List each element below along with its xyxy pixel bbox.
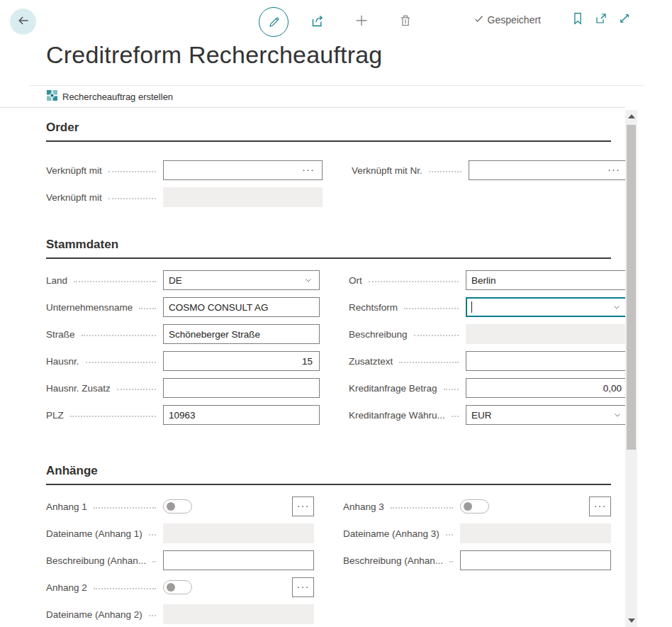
- field-label: Hausnr. Zusatz: [46, 383, 111, 394]
- ort-input[interactable]: [466, 272, 627, 289]
- field-label: Rechtsform: [349, 302, 398, 313]
- plus-icon: [354, 13, 369, 31]
- expand-diagonal-icon: [618, 12, 631, 28]
- anhang-2-assist-button[interactable]: ···: [292, 577, 314, 597]
- delete-button[interactable]: [389, 6, 422, 38]
- field-label: Verknüpft mit: [46, 165, 102, 176]
- arrow-left-icon: [16, 13, 30, 30]
- dotted-leader: [94, 588, 156, 589]
- chevron-down-icon[interactable]: [608, 411, 627, 419]
- dotted-leader: [70, 416, 156, 417]
- field-ort: Ort: [349, 270, 629, 290]
- dotted-leader: [399, 362, 459, 363]
- record-toolbar: [257, 6, 422, 38]
- anhang-1-toggle[interactable]: [163, 499, 192, 514]
- field-hausnr: Hausnr.: [46, 351, 320, 371]
- toggle-knob: [167, 583, 175, 592]
- anhang-1-assist-button[interactable]: ···: [292, 496, 314, 516]
- dotted-leader: [117, 389, 156, 390]
- share-button[interactable]: [301, 6, 334, 38]
- beschreibung-disabled-field: [466, 324, 629, 344]
- verknuepft-mit-nr-input[interactable]: [469, 162, 605, 179]
- ellipsis-assist-button[interactable]: ···: [605, 164, 626, 177]
- create-research-order-action[interactable]: Rechercheauftrag erstellen: [47, 90, 173, 104]
- field-label: Kreditanfrage Währu...: [349, 410, 445, 421]
- field-label: PLZ: [46, 410, 64, 421]
- hausnr-zusatz-input[interactable]: [164, 379, 318, 396]
- chevron-down-icon[interactable]: [299, 276, 318, 284]
- field-anhang-2: Anhang 2 ···: [46, 577, 314, 597]
- kreditanfrage-betrag-input[interactable]: [466, 379, 627, 396]
- field-label: Beschreibung: [349, 329, 408, 340]
- field-label: Verknüpft mit: [46, 192, 102, 203]
- field-unternehmensname: Unternehmensname: [46, 297, 320, 317]
- field-label: Anhang 3: [343, 501, 384, 512]
- scroll-down-arrow-icon[interactable]: [628, 618, 635, 623]
- bookmark-button[interactable]: [571, 13, 584, 26]
- chevron-down-icon[interactable]: [607, 303, 626, 311]
- zusatztext-input[interactable]: [466, 353, 627, 370]
- field-hausnr-zusatz: Hausnr. Zusatz: [46, 378, 320, 398]
- field-beschreibung: Beschreibung: [349, 324, 629, 344]
- rechtsform-dropdown-focused[interactable]: [466, 297, 629, 317]
- edit-mode-button[interactable]: [257, 6, 290, 38]
- hausnr-input[interactable]: [164, 353, 318, 370]
- expand-button[interactable]: [617, 13, 631, 26]
- pencil-icon: [259, 7, 289, 37]
- kreditanfrage-waehrung-dropdown-input[interactable]: [466, 406, 608, 423]
- anhang-2-toggle[interactable]: [163, 580, 192, 594]
- open-in-new-window-button[interactable]: [594, 13, 607, 26]
- land-dropdown-input[interactable]: [164, 272, 299, 289]
- create-research-order-label: Rechercheauftrag erstellen: [62, 91, 173, 102]
- field-label: Land: [46, 275, 67, 286]
- vertical-scrollbar[interactable]: [625, 110, 637, 627]
- field-beschreibung-anhang-3: Beschreibung (Anhan...: [343, 550, 611, 570]
- field-verknuepft-mit: Verknüpft mit ···: [46, 160, 323, 180]
- window-toolbar: Gespeichert: [474, 13, 631, 26]
- create-order-icon: [47, 90, 62, 104]
- verknuepft-mit-input[interactable]: [164, 162, 299, 179]
- field-plz: PLZ: [46, 405, 320, 425]
- field-anhang-3: Anhang 3 ···: [343, 496, 611, 516]
- dotted-leader: [152, 561, 156, 562]
- section-order: Order Verknüpft mit ···: [46, 121, 611, 214]
- field-rechtsform: Rechtsform: [349, 297, 629, 317]
- field-label: Ort: [349, 275, 362, 286]
- anhang-3-assist-button[interactable]: ···: [589, 496, 611, 516]
- section-anhaenge-title: Anhänge: [46, 464, 611, 485]
- back-button[interactable]: [10, 9, 36, 35]
- scrollbar-thumb[interactable]: [627, 125, 636, 450]
- dotted-leader: [108, 198, 156, 199]
- unternehmensname-input[interactable]: [164, 299, 318, 316]
- field-anhang-1: Anhang 1 ···: [46, 496, 314, 516]
- scroll-up-arrow-icon[interactable]: [628, 114, 635, 118]
- field-label: Kreditanfrage Betrag: [349, 383, 437, 394]
- anhang-3-toggle[interactable]: [460, 499, 489, 514]
- dotted-leader: [446, 534, 453, 536]
- strasse-input[interactable]: [164, 326, 318, 343]
- action-bar: Rechercheauftrag erstellen: [0, 86, 625, 108]
- dotted-leader: [449, 561, 453, 562]
- verknuepft-mit-disabled-field: [163, 187, 323, 207]
- field-verknuepft-mit-nr: Verknüpft mit Nr. ···: [352, 160, 628, 180]
- beschreibung-anhang-3-input[interactable]: [461, 552, 609, 569]
- field-zusatztext: Zusatztext: [349, 351, 629, 371]
- section-anhaenge: Anhänge Anhang 1 ··· Dateiname (Anhang 1…: [46, 464, 611, 627]
- check-icon: [474, 13, 488, 26]
- field-label: Anhang 1: [46, 501, 87, 512]
- ellipsis-assist-button[interactable]: ···: [299, 164, 320, 177]
- dateiname-anhang-2-disabled-field: [163, 604, 314, 624]
- plz-input[interactable]: [164, 406, 318, 423]
- header-divider: [30, 85, 644, 86]
- new-record-button[interactable]: [345, 6, 378, 38]
- dotted-leader: [444, 389, 459, 390]
- rechtsform-dropdown-input[interactable]: [472, 299, 607, 316]
- field-land: Land: [46, 270, 320, 290]
- dotted-leader: [82, 335, 156, 336]
- dotted-leader: [149, 615, 156, 616]
- dotted-leader: [86, 362, 156, 363]
- field-strasse: Straße: [46, 324, 320, 344]
- field-label: Verknüpft mit Nr.: [352, 165, 422, 176]
- field-label: Beschreibung (Anhan...: [46, 555, 146, 566]
- beschreibung-anhang-1-input[interactable]: [164, 552, 312, 569]
